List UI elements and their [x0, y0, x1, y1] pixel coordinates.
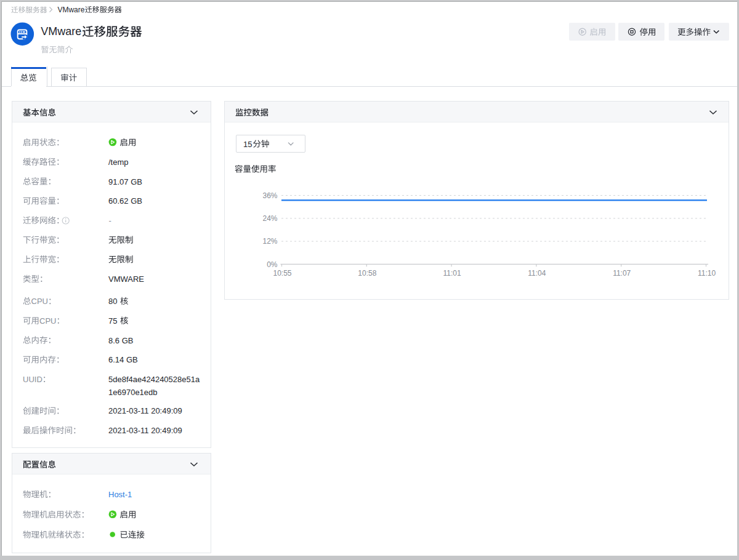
svg-text:10:55: 10:55 [273, 269, 291, 278]
svg-text:15: 15 [243, 140, 252, 149]
svg-text:60.62 GB: 60.62 GB [108, 196, 142, 206]
svg-text:11:07: 11:07 [613, 269, 631, 278]
svg-text:Host-1: Host-1 [108, 490, 132, 499]
svg-text:0%: 0% [267, 260, 278, 269]
svg-text:CPU: CPU [39, 316, 56, 326]
svg-text:2021-03-11 20:49:09: 2021-03-11 20:49:09 [108, 426, 182, 435]
svg-text:11:01: 11:01 [443, 269, 461, 278]
svg-text:12%: 12% [262, 237, 277, 246]
svg-text:36%: 36% [262, 191, 277, 200]
svg-text:VMware: VMware [41, 25, 81, 38]
svg-text:2021-03-11 20:49:09: 2021-03-11 20:49:09 [108, 406, 182, 415]
svg-text:91.07 GB: 91.07 GB [108, 177, 142, 186]
svg-text:VMWARE: VMWARE [108, 274, 144, 284]
svg-text:6.14 GB: 6.14 GB [108, 355, 138, 364]
svg-text:VMware: VMware [57, 6, 84, 14]
svg-text:UUID: UUID [23, 375, 42, 384]
svg-text:5de8f4ae424240528e51a: 5de8f4ae424240528e51a [108, 375, 200, 384]
svg-text:-: - [109, 216, 111, 225]
svg-text:24%: 24% [262, 214, 277, 223]
svg-text:1e6970e1edb: 1e6970e1edb [108, 388, 158, 397]
svg-text:10:58: 10:58 [358, 269, 376, 278]
svg-text:11:10: 11:10 [698, 269, 716, 278]
svg-text:11:04: 11:04 [528, 269, 546, 278]
svg-text:/temp: /temp [108, 158, 129, 167]
svg-text:8.6 GB: 8.6 GB [108, 336, 133, 345]
svg-text:80: 80 [108, 297, 117, 306]
svg-text:75: 75 [108, 316, 117, 326]
svg-text:CPU: CPU [31, 297, 48, 306]
